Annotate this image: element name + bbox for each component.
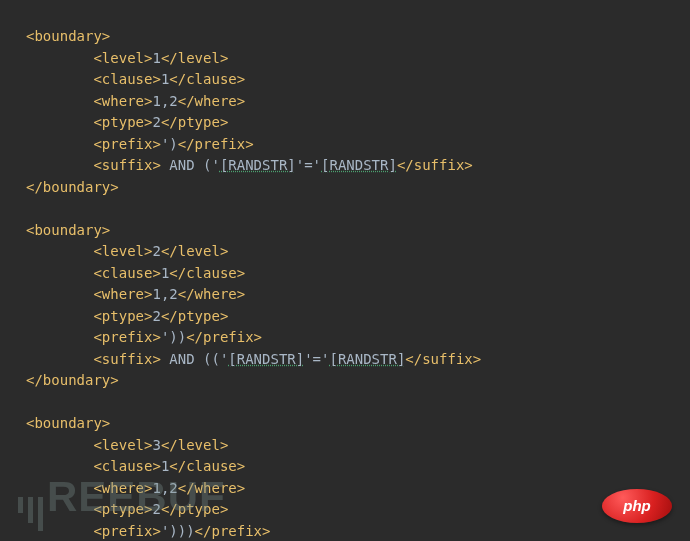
- code-line: <where>1,2</where>: [26, 284, 690, 306]
- code-blank-line: [26, 392, 690, 414]
- code-line: <level>2</level>: [26, 241, 690, 263]
- code-line: <ptype>2</ptype>: [26, 306, 690, 328]
- code-line: <ptype>2</ptype>: [26, 499, 690, 521]
- code-line: <level>3</level>: [26, 435, 690, 457]
- code-line: <clause>1</clause>: [26, 69, 690, 91]
- code-line: <suffix> AND (('[RANDSTR]'='[RANDSTR]</s…: [26, 349, 690, 371]
- code-line: <prefix>')</prefix>: [26, 134, 690, 156]
- code-line: <ptype>2</ptype>: [26, 112, 690, 134]
- code-line: <clause>1</clause>: [26, 456, 690, 478]
- code-line: <boundary>: [26, 26, 690, 48]
- code-line: <prefix>')))</prefix>: [26, 521, 690, 542]
- code-line: <level>1</level>: [26, 48, 690, 70]
- code-line: <suffix> AND ('[RANDSTR]'='[RANDSTR]</su…: [26, 155, 690, 177]
- code-line: <clause>1</clause>: [26, 263, 690, 285]
- code-blank-line: [26, 198, 690, 220]
- code-block: <boundary> <level>1</level> <clause>1</c…: [0, 14, 690, 541]
- code-line: <where>1,2</where>: [26, 478, 690, 500]
- code-line: <prefix>'))</prefix>: [26, 327, 690, 349]
- code-line: </boundary>: [26, 370, 690, 392]
- code-line: <where>1,2</where>: [26, 91, 690, 113]
- code-line: <boundary>: [26, 413, 690, 435]
- code-line: </boundary>: [26, 177, 690, 199]
- code-line: <boundary>: [26, 220, 690, 242]
